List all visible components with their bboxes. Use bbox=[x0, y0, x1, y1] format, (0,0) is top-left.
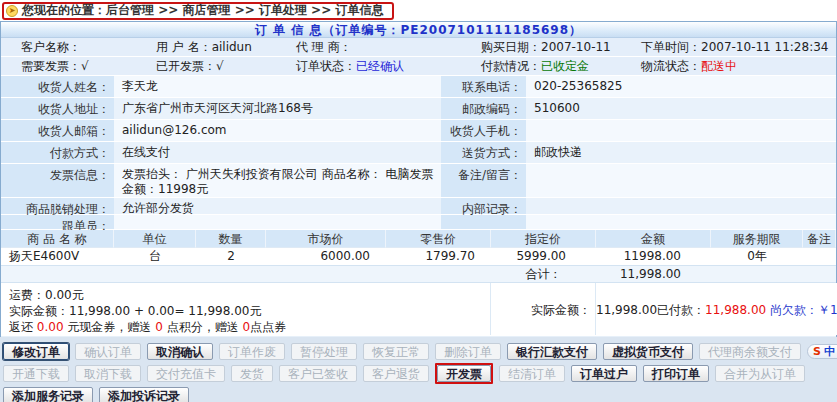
issue-invoice-button[interactable]: 开发票 bbox=[437, 365, 491, 382]
remark-message-label: 备注/留言： bbox=[441, 164, 526, 198]
location-arrow-icon: ➤ bbox=[6, 5, 18, 17]
rebate-line: 返还 0.00 元现金券，赠送 0 点积分，赠送 0点点券 bbox=[9, 319, 490, 335]
username-field: 用 户 名：ailidun bbox=[136, 39, 276, 56]
page-title: 订 单 信 息（订单编号：PE2007101111185698） bbox=[1, 22, 836, 38]
bank-transfer-pay-button[interactable]: 银行汇款支付 bbox=[507, 343, 597, 360]
retail-price-cell: 1799.70 bbox=[386, 248, 491, 265]
button-row-1: 修改订单 确认订单 取消确认 订单作废 暂停处理 恢复正常 删除订单 银行汇款支… bbox=[3, 343, 837, 360]
order-summary-row-1: 客户名称： 用 户 名：ailidun 代 理 商： 购买日期：2007-10-… bbox=[1, 38, 836, 57]
invoice-button-highlight: 开发票 bbox=[435, 363, 493, 384]
order-time-field: 下单时间：2007-10-11 11:28:34 bbox=[621, 39, 836, 56]
note-cell bbox=[803, 248, 836, 265]
order-status-field: 订单状态：已经确认 bbox=[276, 58, 461, 75]
owed-amount: ￥10.00 bbox=[818, 303, 837, 317]
virtual-currency-pay-button[interactable]: 虚拟货币支付 bbox=[603, 343, 693, 360]
order-status-badge: 已经确认 bbox=[356, 59, 404, 73]
button-row-2: 开通下载 取消下载 交付充值卡 发货 客户已签收 客户退货 开发票 结清订单 订… bbox=[3, 363, 837, 384]
order-info-panel: 订 单 信 息（订单编号：PE2007101111185698） 客户名称： 用… bbox=[0, 21, 837, 337]
shipping-fee-line: 运费：0.00元 bbox=[9, 287, 490, 303]
receiver-address-label: 收货人地址： bbox=[1, 98, 114, 120]
product-table-row: 扬天E4600V 台 2 6000.00 1799.70 5999.00 119… bbox=[1, 248, 836, 265]
product-table-total-row: 合计： 11,998.00 bbox=[1, 265, 836, 282]
unit-cell: 台 bbox=[114, 248, 196, 265]
deliver-recharge-card-button: 交付充值卡 bbox=[147, 365, 225, 382]
agent-balance-pay-button: 代理商余额支付 bbox=[699, 343, 801, 360]
contact-phone-label: 联系电话： bbox=[441, 76, 526, 98]
modify-order-button[interactable]: 修改订单 bbox=[3, 343, 69, 360]
void-order-button: 订单作废 bbox=[219, 343, 285, 360]
confirm-order-button: 确认订单 bbox=[75, 343, 141, 360]
transfer-order-button[interactable]: 订单过户 bbox=[571, 365, 637, 382]
col-amount: 金额 bbox=[596, 230, 711, 248]
col-assigned-price: 指定价 bbox=[491, 230, 596, 248]
col-product-name: 商 品 名 称 bbox=[1, 230, 114, 248]
detail-empty-label bbox=[441, 215, 526, 230]
detail-empty-value bbox=[526, 215, 836, 230]
ime-sogou-logo-icon[interactable]: S bbox=[813, 345, 821, 358]
postcode-value: 510600 bbox=[526, 98, 836, 120]
logistics-status-field: 物流状态：配送中 bbox=[621, 58, 836, 75]
customer-name-field: 客户名称： bbox=[1, 39, 136, 56]
col-note: 备注 bbox=[803, 230, 836, 248]
invoice-info-value: 发票抬头： 广州天失利投资有限公司 商品名称： 电脑发票金额：11998元 bbox=[114, 164, 441, 198]
receiver-mobile-value bbox=[526, 120, 836, 142]
breadcrumb-bar: ➤ 您现在的位置：后台管理 >> 商店管理 >> 订单处理 >> 订单信息 bbox=[0, 0, 837, 21]
col-market-price: 市场价 bbox=[266, 230, 386, 248]
payment-method-label: 付款方式： bbox=[1, 142, 114, 164]
receiver-email-label: 收货人邮箱： bbox=[1, 120, 114, 142]
receiver-name-value: 李天龙 bbox=[114, 76, 441, 98]
add-service-record-button[interactable]: 添加服务记录 bbox=[3, 387, 93, 402]
service-term-cell: 0年 bbox=[711, 248, 803, 265]
invoice-info-label: 发票信息： bbox=[1, 164, 114, 198]
order-detail-grid: 收货人姓名： 李天龙 联系电话： 020-25365825 收货人地址： 广东省… bbox=[1, 76, 836, 230]
button-row-3: 添加服务记录 添加投诉记录 bbox=[3, 387, 837, 402]
shipping-method-label: 送货方式： bbox=[441, 142, 526, 164]
stockout-handling-label: 商品脱销处理： bbox=[1, 198, 114, 215]
postcode-label: 邮政编码： bbox=[441, 98, 526, 120]
receiver-address-value: 广东省广州市天河区天河北路168号 bbox=[114, 98, 441, 120]
stockout-handling-value: 允许部分发货 bbox=[114, 198, 441, 215]
total-label: 合计： bbox=[491, 265, 596, 282]
paid-amount: 11,988.00 bbox=[705, 303, 766, 317]
paid-owed-line: 11,998.00已付款：11,988.00 尚欠款：￥10.00 bbox=[596, 283, 837, 335]
receiver-email-value: ailidun@126.com bbox=[114, 120, 441, 142]
market-price-cell: 6000.00 bbox=[266, 248, 386, 265]
invoice-issued-field: 已开发票：√ bbox=[136, 58, 276, 75]
amount-cell: 11998.00 bbox=[596, 248, 711, 265]
ime-language-mode-icon[interactable]: 中 bbox=[824, 345, 835, 358]
payment-method-value: 在线支付 bbox=[114, 142, 441, 164]
print-order-button[interactable]: 打印订单 bbox=[643, 365, 709, 382]
order-follower-value bbox=[114, 215, 441, 230]
col-service-term: 服务期限 bbox=[711, 230, 803, 248]
col-unit: 单位 bbox=[114, 230, 196, 248]
delete-order-button: 删除订单 bbox=[435, 343, 501, 360]
payment-status-badge: 已收定金 bbox=[541, 59, 589, 73]
purchase-date-field: 购买日期：2007-10-11 bbox=[461, 39, 621, 56]
cancel-confirm-button[interactable]: 取消确认 bbox=[147, 343, 213, 360]
pause-processing-button: 暂停处理 bbox=[291, 343, 357, 360]
enable-download-button: 开通下载 bbox=[3, 365, 69, 382]
breadcrumb-text: 您现在的位置：后台管理 >> 商店管理 >> 订单处理 >> 订单信息 bbox=[22, 2, 383, 19]
cancel-download-button: 取消下载 bbox=[75, 365, 141, 382]
logistics-status-badge: 配送中 bbox=[701, 59, 737, 73]
add-complaint-record-button[interactable]: 添加投诉记录 bbox=[99, 387, 189, 402]
agent-field: 代 理 商： bbox=[276, 39, 461, 56]
customer-signed-button: 客户已签收 bbox=[279, 365, 357, 382]
breadcrumb[interactable]: ➤ 您现在的位置：后台管理 >> 商店管理 >> 订单处理 >> 订单信息 bbox=[2, 2, 394, 20]
need-invoice-field: 需要发票：√ bbox=[1, 58, 136, 75]
customer-return-button: 客户退货 bbox=[363, 365, 429, 382]
assigned-price-cell: 5999.00 bbox=[491, 248, 596, 265]
ime-toolbar[interactable]: S 中 ◗ ∴ ▦ ⚒ bbox=[807, 344, 837, 359]
payment-summary: 运费：0.00元 实际金额：11,998.00 + 0.00= 11,998.0… bbox=[1, 282, 836, 335]
resume-normal-button: 恢复正常 bbox=[363, 343, 429, 360]
receiver-mobile-label: 收货人手机： bbox=[441, 120, 526, 142]
remark-message-value bbox=[526, 164, 836, 198]
internal-record-label: 内部记录： bbox=[441, 198, 526, 215]
settle-order-button: 结清订单 bbox=[499, 365, 565, 382]
order-follower-label: 跟单员： bbox=[1, 215, 114, 230]
payment-status-field: 付款情况：已收定金 bbox=[461, 58, 621, 75]
col-qty: 数量 bbox=[196, 230, 266, 248]
actual-amount-line: 实际金额：11,998.00 + 0.00= 11,998.00元 bbox=[9, 303, 490, 319]
shipping-method-value: 邮政快递 bbox=[526, 142, 836, 164]
product-name-cell: 扬天E4600V bbox=[1, 248, 114, 265]
